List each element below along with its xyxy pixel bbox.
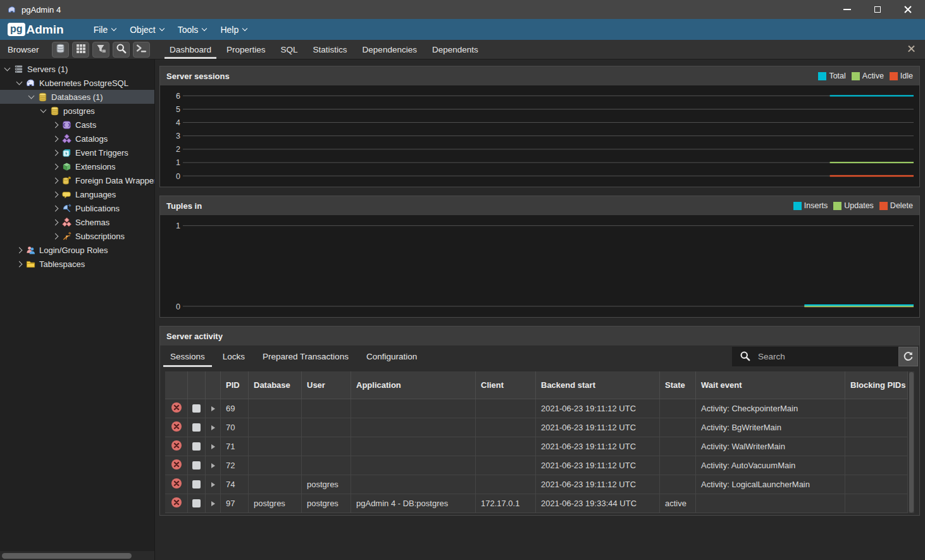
tree-item-subscriptions[interactable]: Subscriptions (0, 229, 154, 243)
search-input[interactable] (758, 352, 878, 361)
expand-icon[interactable] (211, 463, 215, 468)
tree-item-postgres[interactable]: postgres (0, 104, 154, 118)
menu-item-file[interactable]: File (87, 22, 123, 37)
chevron-right-icon[interactable] (53, 205, 59, 211)
tree-item-foreign-data-wrappers[interactable]: Foreign Data Wrappers (0, 173, 154, 187)
search-button[interactable] (113, 42, 130, 58)
cell-pid: 70 (221, 418, 249, 437)
tree-item-label: Extensions (75, 162, 116, 171)
tab-properties[interactable]: Properties (219, 40, 273, 59)
chart-row-2: Tuples inInsertsUpdatesDelete10Tuples ou… (159, 196, 920, 318)
table-vscrollbar[interactable] (909, 371, 914, 513)
tree-item-schemas[interactable]: Schemas (0, 215, 154, 229)
schemas-icon (61, 217, 71, 227)
activity-tab-locks[interactable]: Locks (214, 345, 254, 368)
tree-item-tablespaces[interactable]: Tablespaces (0, 257, 154, 271)
legend-label: Total (829, 72, 845, 80)
expand-icon[interactable] (211, 444, 215, 449)
expand-icon[interactable] (211, 501, 215, 506)
activity-tab-configuration[interactable]: Configuration (357, 345, 426, 368)
server-activity-header: Server activity (160, 327, 919, 345)
chevron-right-icon[interactable] (53, 177, 59, 184)
column-header-blocking-pids: Blocking PIDs (845, 371, 908, 399)
chevron-right-icon[interactable] (53, 121, 59, 128)
cell-pid: 97 (221, 494, 249, 513)
terminate-session-button[interactable] (171, 478, 182, 491)
chevron-right-icon[interactable] (53, 163, 59, 170)
chevron-down-icon[interactable] (16, 78, 23, 85)
stop-icon[interactable] (192, 461, 201, 470)
grid-button[interactable] (72, 42, 89, 58)
tablespaces-icon (25, 259, 35, 269)
sidebar-hscrollbar-thumb[interactable] (2, 553, 132, 559)
cell-pid: 69 (221, 399, 249, 418)
chevron-right-icon[interactable] (53, 135, 59, 142)
column-header-state: State (660, 371, 696, 399)
object-tree: Servers (1)Kubernetes PostgreSQLDatabase… (0, 59, 154, 271)
tree-item-publications[interactable]: Publications (0, 201, 154, 215)
chevron-right-icon[interactable] (16, 247, 23, 253)
tree-item-casts[interactable]: Casts (0, 118, 154, 132)
tree-item-servers-1[interactable]: Servers (1) (0, 62, 154, 76)
terminal-button[interactable] (133, 42, 150, 58)
terminate-session-button[interactable] (171, 497, 182, 510)
chevron-right-icon[interactable] (53, 219, 59, 225)
stop-icon[interactable] (192, 480, 201, 488)
cell-database: postgres (249, 494, 302, 513)
menu-item-help[interactable]: Help (213, 22, 254, 37)
expand-icon[interactable] (211, 406, 215, 411)
chart-panel-tuples-in: Tuples inInsertsUpdatesDelete10 (159, 196, 920, 318)
tree-item-label: Schemas (75, 218, 109, 227)
tree-item-extensions[interactable]: Extensions (0, 159, 154, 173)
cell-client: 172.17.0.1 (476, 494, 536, 513)
window-close-icon[interactable] (903, 5, 912, 14)
terminate-session-button[interactable] (171, 402, 182, 415)
cell-blocking-pids (845, 475, 908, 494)
menu-item-object[interactable]: Object (123, 22, 170, 37)
chevron-down-icon[interactable] (4, 65, 11, 71)
tab-dependencies[interactable]: Dependencies (355, 40, 425, 59)
chevron-down-icon[interactable] (40, 106, 47, 113)
tab-statistics[interactable]: Statistics (306, 40, 355, 59)
dashboard: Server sessionsTotalActiveIdle6543210Tra… (155, 59, 925, 560)
stop-icon[interactable] (192, 423, 201, 432)
filter-button[interactable] (92, 42, 109, 58)
stop-icon[interactable] (192, 442, 201, 451)
chevron-right-icon[interactable] (53, 191, 59, 197)
menu-item-tools[interactable]: Tools (171, 22, 214, 37)
sidebar-hscrollbar[interactable] (0, 551, 154, 560)
minimize-icon[interactable] (843, 5, 852, 14)
extensions-icon (61, 161, 71, 171)
maximize-icon[interactable] (873, 5, 882, 14)
chart-plot-area: 10 (160, 215, 919, 317)
chevron-right-icon[interactable] (16, 261, 23, 267)
stop-icon[interactable] (192, 499, 201, 507)
terminate-session-button[interactable] (171, 421, 182, 434)
stop-icon[interactable] (192, 404, 201, 413)
chevron-down-icon[interactable] (28, 92, 35, 99)
chevron-right-icon[interactable] (53, 233, 59, 239)
legend-label: Inserts (804, 201, 828, 210)
tree-item-event-triggers[interactable]: Event Triggers (0, 146, 154, 159)
expand-icon[interactable] (211, 425, 215, 430)
table-row: 97postgrespostgrespgAdmin 4 - DB:postgre… (165, 494, 908, 513)
terminate-session-button[interactable] (171, 459, 182, 472)
panel-close-icon[interactable] (908, 45, 916, 53)
chevron-right-icon[interactable] (53, 149, 59, 156)
refresh-button[interactable] (898, 347, 918, 366)
tree-item-languages[interactable]: Languages (0, 187, 154, 201)
expand-icon[interactable] (211, 482, 215, 487)
database-objects-button[interactable] (52, 42, 69, 58)
activity-tab-prepared-transactions[interactable]: Prepared Transactions (254, 345, 357, 368)
tree-item-databases-1[interactable]: Databases (1) (0, 90, 154, 104)
table-vscrollbar-thumb[interactable] (909, 372, 914, 513)
tree-item-catalogs[interactable]: Catalogs (0, 132, 154, 146)
tree-item-login-group-roles[interactable]: Login/Group Roles (0, 243, 154, 257)
tab-dependents[interactable]: Dependents (425, 40, 486, 59)
tab-dashboard[interactable]: Dashboard (162, 40, 219, 59)
activity-tab-sessions[interactable]: Sessions (161, 345, 214, 368)
chart-canvas: 10 (160, 215, 919, 317)
terminate-session-button[interactable] (171, 440, 182, 453)
tab-sql[interactable]: SQL (273, 40, 306, 59)
tree-item-kubernetes-postgresql[interactable]: Kubernetes PostgreSQL (0, 76, 154, 90)
